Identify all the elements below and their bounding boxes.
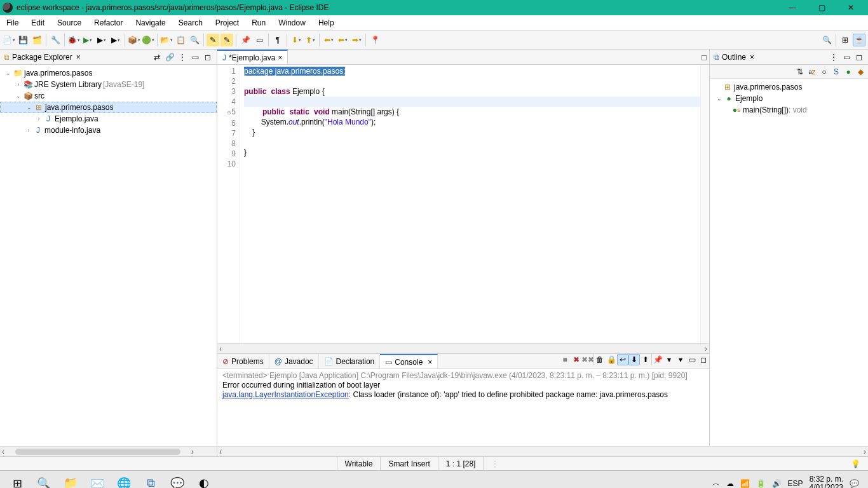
status-tip-icon[interactable]: 💡 [843, 457, 868, 470]
console-terminate-icon[interactable]: ■ [559, 354, 571, 365]
menu-run[interactable]: Run [245, 15, 272, 30]
tree-jre[interactable]: › 📚 JRE System Library [JavaSE-19] [0, 79, 217, 90]
tree-project[interactable]: ⌄ 📁 java.primeros.pasos [0, 67, 217, 79]
console-tab-close[interactable]: × [428, 358, 432, 367]
console-clear-icon[interactable]: 🗑 [594, 354, 606, 365]
tree-twisty-open[interactable]: ⌄ [14, 93, 23, 99]
pin-button[interactable]: 📌 [239, 34, 252, 46]
close-button[interactable]: ✕ [836, 0, 865, 15]
menu-navigate[interactable]: Navigate [129, 15, 172, 30]
tab-javadoc[interactable]: @Javadoc [269, 354, 319, 369]
menu-source[interactable]: Source [51, 15, 88, 30]
tree-twisty-closed[interactable]: › [24, 127, 33, 133]
editor-hscroll[interactable]: ‹ › [217, 343, 709, 353]
outline-close[interactable]: × [749, 53, 756, 62]
tray-clock[interactable]: 8:32 p. m. 4/01/2023 [810, 475, 843, 489]
tab-declaration[interactable]: 📄Declaration [319, 354, 381, 369]
maximize-button[interactable]: ▢ [807, 0, 836, 15]
open-type-button[interactable]: 📂 [160, 34, 173, 46]
package-explorer-tree[interactable]: ⌄ 📁 java.primeros.pasos › 📚 JRE System L… [0, 65, 217, 446]
vscode-taskbar-icon[interactable]: ⧉ [137, 471, 164, 489]
tray-language[interactable]: ESP [788, 479, 803, 488]
outline-focus-icon[interactable]: ⋮ [829, 52, 839, 62]
console-remove-all-icon[interactable]: ✖✖ [582, 354, 593, 365]
tree-twisty-open[interactable]: ⌄ [25, 104, 34, 111]
minimize-button[interactable]: — [778, 0, 807, 15]
workspace-hscroll[interactable]: ‹› ‹› [0, 446, 868, 456]
outline-min-icon[interactable]: ▭ [841, 52, 851, 62]
console-scroll-lock-icon[interactable]: 🔒 [606, 354, 617, 365]
tree-twisty-closed[interactable]: › [14, 81, 23, 88]
menu-project[interactable]: Project [209, 15, 245, 30]
save-button[interactable]: 💾 [17, 34, 29, 46]
menu-help[interactable]: Help [312, 15, 341, 30]
menu-search[interactable]: Search [172, 15, 209, 30]
console-pin-icon[interactable]: 📌 [652, 354, 663, 365]
tray-notifications-icon[interactable]: 💬 [850, 479, 859, 488]
tab-problems[interactable]: ⊘Problems [217, 354, 269, 369]
console-wrap-icon[interactable]: ↩ [617, 354, 628, 365]
java-perspective-button[interactable]: ☕ [853, 34, 865, 46]
overview-ruler[interactable] [700, 65, 709, 343]
console-exception-link[interactable]: java.lang.LayerInstantiationException [222, 390, 349, 399]
mail-taskbar-icon[interactable]: ✉️ [84, 471, 111, 489]
menu-refactor[interactable]: Refactor [88, 15, 129, 30]
menu-file[interactable]: File [0, 15, 25, 30]
tree-twisty-open[interactable]: ⌄ [715, 95, 724, 102]
outline-az-icon[interactable]: az [807, 67, 817, 77]
console-max-icon[interactable]: ◻ [698, 354, 709, 365]
minimize-view-icon[interactable]: ▭ [190, 52, 200, 62]
collapse-all-icon[interactable]: ⇄ [152, 52, 162, 62]
new-java-class-button[interactable]: 🟢 [142, 34, 154, 46]
outline-method[interactable]: ●S main(String[]) : void [710, 104, 868, 116]
new-button[interactable]: 📄 [3, 34, 15, 46]
open-perspective-button[interactable]: ⊞ [839, 34, 851, 46]
search-taskbar-icon[interactable]: 🔍 [31, 471, 57, 489]
whatsapp-taskbar-icon[interactable]: 💬 [164, 471, 191, 489]
outline-sort-icon[interactable]: ⇅ [795, 67, 805, 77]
editor-tab-close[interactable]: × [278, 53, 282, 62]
console-show-on-out-icon[interactable]: ⬇ [628, 354, 640, 365]
file-explorer-taskbar-icon[interactable]: 📁 [57, 471, 84, 489]
console-output[interactable]: <terminated> Ejemplo [Java Application] … [217, 369, 709, 446]
maximize-view-icon[interactable]: ◻ [203, 52, 213, 62]
editor-tab-ejemplo[interactable]: J *Ejemplo.java × [217, 50, 288, 64]
tray-wifi-icon[interactable]: 📶 [740, 479, 750, 488]
start-button[interactable]: ⊞ [4, 471, 31, 489]
quick-access-button[interactable]: 🔍 [820, 34, 833, 46]
last-edit-button[interactable]: ⬅ [322, 34, 335, 46]
link-editor-icon[interactable]: 🔗 [165, 52, 175, 62]
tree-file-ejemplo[interactable]: › J Ejemplo.java [0, 113, 217, 125]
tree-file-module[interactable]: › J module-info.java [0, 125, 217, 136]
pin-editor-button[interactable]: 📍 [369, 34, 381, 46]
tree-src[interactable]: ⌄ 📦 src [0, 90, 217, 102]
show-whitespace-button[interactable]: ▭ [253, 34, 266, 46]
chrome-taskbar-icon[interactable]: 🌐 [111, 471, 137, 489]
toggle-mark-button[interactable]: ✎ [207, 34, 219, 46]
editor-restore-icon[interactable]: ◻ [699, 50, 709, 64]
outline-class[interactable]: ⌄ ● Ejemplo [710, 93, 868, 104]
tree-package[interactable]: ⌄ ⊞ java.primeros.pasos [0, 102, 217, 113]
code-content[interactable]: package java.primeros.pasos; public clas… [240, 65, 700, 343]
tray-onedrive-icon[interactable]: ☁ [726, 479, 734, 488]
tray-volume-icon[interactable]: 🔊 [772, 479, 782, 488]
tab-console[interactable]: ▭Console× [380, 354, 438, 369]
toggle-block-button[interactable]: ✎ [220, 34, 233, 46]
run-button[interactable]: ▶ [81, 34, 94, 46]
console-display-icon[interactable]: ▾ [663, 354, 675, 365]
console-show-on-err-icon[interactable]: ⬆ [640, 354, 651, 365]
new-java-pkg-button[interactable]: 📦 [128, 34, 140, 46]
debug-button[interactable]: 🐞 [67, 34, 80, 46]
paragraph-button[interactable]: ¶ [271, 34, 284, 46]
package-explorer-close[interactable]: × [75, 53, 82, 62]
run-last-button[interactable]: ▶ [109, 34, 122, 46]
coverage-button[interactable]: ▶ [95, 34, 108, 46]
eclipse-taskbar-icon[interactable]: ◐ [191, 471, 217, 489]
search-button[interactable]: 🔍 [188, 34, 201, 46]
next-ann-button[interactable]: ⬇ [290, 34, 302, 46]
menu-window[interactable]: Window [272, 15, 312, 30]
outline-hide-local-icon[interactable]: ◆ [855, 67, 865, 77]
open-task-button[interactable]: 📋 [174, 34, 187, 46]
console-remove-icon[interactable]: ✖ [571, 354, 582, 365]
outline-hide-fields-icon[interactable]: ○ [819, 67, 829, 77]
